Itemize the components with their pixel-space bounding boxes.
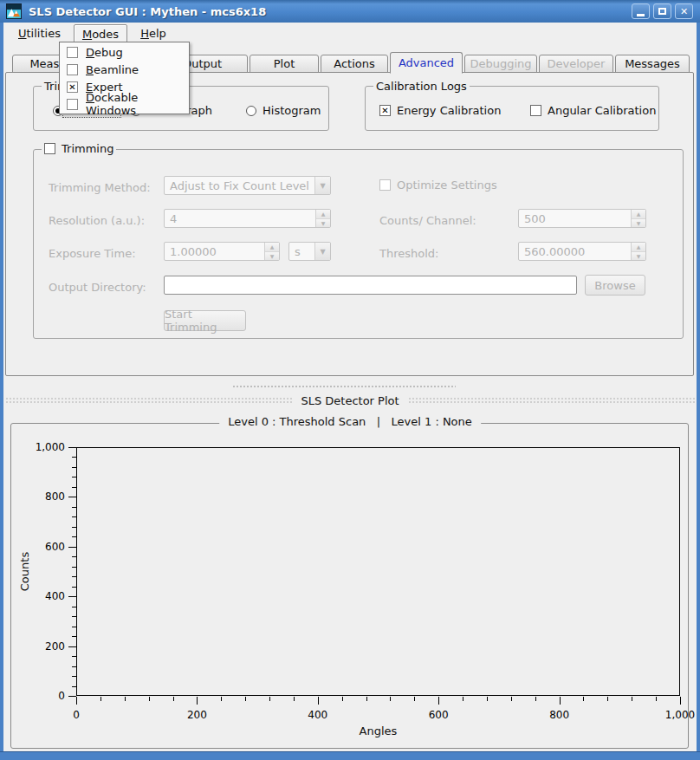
- minimize-button[interactable]: [632, 3, 650, 19]
- x-minor-tick: [342, 697, 343, 701]
- menu-item-label: Dockable Windows: [86, 91, 189, 117]
- dock-texture: [408, 397, 695, 404]
- x-minor-tick: [294, 697, 295, 701]
- y-tick-label: 200: [45, 640, 65, 653]
- combo-arrow-icon: ▼: [314, 243, 330, 260]
- y-major-tick: [68, 596, 76, 597]
- spin-up-icon: ▲: [316, 210, 330, 219]
- y-minor-tick: [72, 607, 76, 607]
- x-minor-tick: [583, 697, 584, 701]
- y-minor-tick: [72, 507, 76, 508]
- splitter-handle[interactable]: [232, 385, 456, 388]
- x-tick-label: 0: [73, 709, 80, 721]
- x-minor-tick: [366, 697, 367, 701]
- checkbox-angular-calibration[interactable]: Angular Calibration: [530, 104, 656, 117]
- x-minor-tick: [656, 697, 657, 701]
- y-minor-tick: [72, 487, 76, 488]
- x-minor-tick: [173, 697, 174, 701]
- tab-developer: Developer: [539, 55, 613, 73]
- y-minor-tick: [72, 457, 76, 458]
- x-axis-ticks: [76, 697, 680, 705]
- checkbox-energy-calibration[interactable]: ✕Energy Calibration: [379, 104, 501, 117]
- tab-plot[interactable]: Plot: [250, 55, 319, 73]
- x-minor-tick: [632, 697, 632, 701]
- window-title: SLS Detector GUI : Mythen - mcs6x18: [29, 5, 266, 18]
- x-major-tick: [560, 697, 561, 705]
- tab-messages[interactable]: Messages: [615, 55, 690, 73]
- y-tick-label: 1,000: [36, 441, 65, 453]
- optimize-settings-checkbox: [379, 179, 391, 191]
- y-major-tick: [68, 497, 76, 497]
- y-major-tick: [68, 547, 76, 548]
- menu-item-beamline[interactable]: Beamline: [60, 61, 189, 78]
- y-minor-tick: [72, 516, 76, 517]
- maximize-button[interactable]: [653, 3, 671, 19]
- y-major-tick: [68, 696, 76, 697]
- tab-advanced[interactable]: Advanced: [390, 52, 463, 74]
- exposure-time-value: 1.00000: [165, 245, 264, 258]
- application-window: SLS Detector GUI : Mythen - mcs6x18 ✕ Ut…: [0, 0, 700, 760]
- x-major-tick: [76, 697, 77, 705]
- close-button[interactable]: ✕: [675, 3, 693, 19]
- menu-item-debug[interactable]: Debug: [60, 43, 189, 61]
- x-minor-tick: [511, 697, 512, 701]
- x-major-tick: [318, 697, 319, 705]
- output-directory-input: [164, 276, 577, 295]
- checkbox-icon: [67, 47, 78, 58]
- y-minor-tick: [72, 576, 76, 577]
- plot-title: Level 0 : Threshold Scan | Level 1 : Non…: [219, 415, 481, 428]
- radio-histogram[interactable]: Histogram: [246, 104, 321, 117]
- x-minor-tick: [487, 697, 488, 701]
- y-minor-tick: [72, 536, 76, 537]
- menu-item-label: Debug: [86, 46, 123, 59]
- y-minor-tick: [72, 467, 76, 468]
- threshold-label: Threshold:: [379, 247, 438, 260]
- y-minor-tick: [72, 676, 76, 677]
- x-tick-label: 1,000: [665, 709, 695, 721]
- optimize-settings-label: Optimize Settings: [397, 179, 497, 192]
- spin-up-icon: ▲: [265, 243, 279, 252]
- exposure-time-spinbox: 1.00000 ▲▼: [164, 242, 280, 261]
- trimming-enable-checkbox[interactable]: [44, 143, 55, 154]
- y-tick-label: 600: [45, 541, 65, 553]
- x-axis-tick-labels: 02004006008001,000: [76, 709, 680, 721]
- spin-down-icon: ▼: [632, 252, 645, 261]
- x-tick-label: 800: [549, 709, 569, 721]
- checkbox-icon: ✕: [67, 81, 78, 93]
- y-minor-tick: [72, 686, 76, 687]
- radio-label: Histogram: [262, 104, 321, 117]
- output-directory-label: Output Directory:: [49, 281, 146, 294]
- x-minor-tick: [463, 697, 463, 701]
- x-minor-tick: [535, 697, 536, 701]
- x-minor-tick: [269, 697, 270, 701]
- menu-item-dockable-windows[interactable]: Dockable Windows: [60, 95, 189, 113]
- x-tick-label: 600: [429, 709, 449, 721]
- y-major-tick: [68, 447, 76, 448]
- counts-channel-spinbox: 500 ▲▼: [518, 209, 646, 228]
- calibration-logs-group: Calibration Logs ✕Energy CalibrationAngu…: [365, 86, 659, 131]
- exposure-unit-combo: s ▼: [288, 242, 331, 261]
- y-axis-ticks: [68, 447, 76, 696]
- tab-actions[interactable]: Actions: [321, 55, 388, 73]
- tab-debugging: Debugging: [464, 55, 537, 73]
- dock-texture: [5, 397, 292, 404]
- maximize-icon: [658, 8, 666, 15]
- trimming-group: Trimming Trimming Method: Adjust to Fix …: [33, 149, 684, 339]
- x-minor-tick: [245, 697, 246, 701]
- titlebar[interactable]: SLS Detector GUI : Mythen - mcs6x18 ✕: [0, 0, 700, 23]
- x-minor-tick: [414, 697, 415, 701]
- checkbox-label: Angular Calibration: [548, 104, 656, 117]
- dock-titlebar[interactable]: SLS Detector Plot: [5, 392, 695, 409]
- checkbox-icon: ✕: [379, 105, 391, 116]
- y-minor-tick: [72, 636, 76, 637]
- checkbox-icon: [67, 99, 78, 110]
- trimming-method-combo: Adjust to Fix Count Level ▼: [164, 176, 331, 195]
- resolution-spinbox: 4 ▲▼: [164, 209, 331, 228]
- y-minor-tick: [72, 627, 76, 627]
- browse-button: Browse: [585, 275, 645, 296]
- y-axis-title: Counts: [18, 537, 31, 607]
- calibration-logs-group-title: Calibration Logs: [373, 80, 470, 93]
- y-minor-tick: [72, 527, 76, 528]
- resolution-value: 4: [165, 212, 315, 225]
- radio-icon: [246, 106, 256, 116]
